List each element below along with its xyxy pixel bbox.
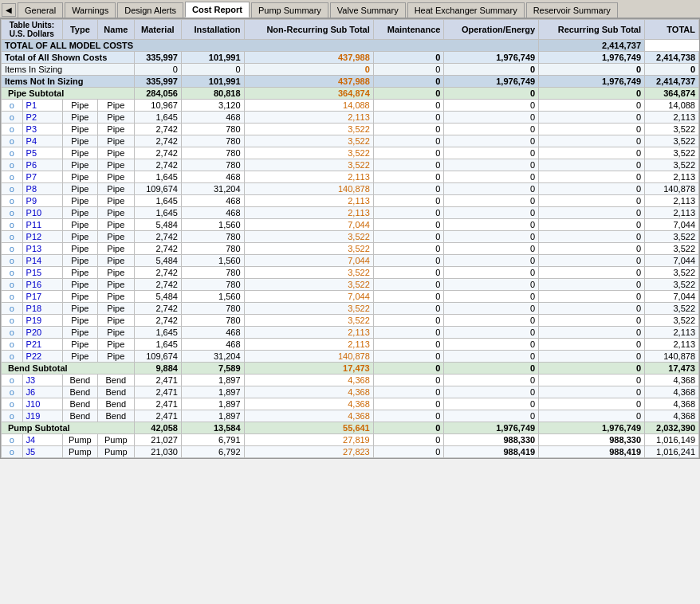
- tab-pump-summary[interactable]: Pump Summary: [251, 2, 328, 18]
- row-icon-P22[interactable]: o: [2, 351, 23, 363]
- table-units-label: Table Units:: [10, 21, 54, 29]
- subtotal-row-1: Bend Subtotal9,8847,58917,47300017,473: [2, 363, 699, 375]
- row-icon-P20[interactable]: o: [2, 327, 23, 339]
- table-row: oP11PipePipe5,4841,5607,0440007,044: [2, 219, 699, 231]
- col-maintenance: Maintenance: [373, 20, 444, 40]
- table-units-header: Table Units: U.S. Dollars: [2, 20, 63, 40]
- currency-label: U.S. Dollars: [10, 29, 54, 38]
- row-id-P18[interactable]: P18: [22, 303, 62, 315]
- row-icon-P14[interactable]: o: [2, 255, 23, 267]
- tab-scroll-left[interactable]: ◀: [2, 3, 16, 17]
- table-row: oP20PipePipe1,6454682,1130002,113: [2, 327, 699, 339]
- row-icon-P19[interactable]: o: [2, 315, 23, 327]
- table-row: oJ5PumpPump21,0306,79227,8230988,419988,…: [2, 446, 699, 458]
- table-row: oJ4PumpPump21,0276,79127,8190988,330988,…: [2, 434, 699, 446]
- table-row: oP21PipePipe1,6454682,1130002,113: [2, 339, 699, 351]
- row-id-P21[interactable]: P21: [22, 339, 62, 351]
- table-row: oJ10BendBend2,4711,8974,3680004,368: [2, 398, 699, 410]
- table-row: oP10PipePipe1,6454682,1130002,113: [2, 207, 699, 219]
- row-icon-P12[interactable]: o: [2, 231, 23, 243]
- row-id-P19[interactable]: P19: [22, 315, 62, 327]
- row-id-P5[interactable]: P5: [22, 147, 62, 159]
- table-row: oP9PipePipe1,6454682,1130002,113: [2, 195, 699, 207]
- row-icon-J5[interactable]: o: [2, 446, 23, 458]
- row-icon-P1[interactable]: o: [2, 100, 23, 112]
- row-icon-J19[interactable]: o: [2, 410, 23, 422]
- row-id-P1[interactable]: P1: [22, 100, 62, 112]
- row-id-J3[interactable]: J3: [22, 375, 62, 386]
- summary-label-3: Items Not In Sizing: [2, 76, 135, 88]
- row-icon-P7[interactable]: o: [2, 171, 23, 183]
- table-row: oP5PipePipe2,7427803,5220003,522: [2, 147, 699, 159]
- table-row: oP13PipePipe2,7427803,5220003,522: [2, 243, 699, 255]
- row-icon-J10[interactable]: o: [2, 398, 23, 410]
- tab-design-alerts[interactable]: Design Alerts: [117, 2, 183, 18]
- row-icon-P10[interactable]: o: [2, 207, 23, 219]
- row-icon-P3[interactable]: o: [2, 124, 23, 135]
- tab-reservoir[interactable]: Reservoir Summary: [526, 2, 618, 18]
- row-icon-P17[interactable]: o: [2, 291, 23, 303]
- row-icon-P2[interactable]: o: [2, 112, 23, 124]
- row-id-P3[interactable]: P3: [22, 124, 62, 135]
- row-id-P14[interactable]: P14: [22, 255, 62, 267]
- row-id-P15[interactable]: P15: [22, 267, 62, 279]
- row-icon-P11[interactable]: o: [2, 219, 23, 231]
- row-id-P17[interactable]: P17: [22, 291, 62, 303]
- col-installation: Installation: [181, 20, 244, 40]
- row-id-J5[interactable]: J5: [22, 446, 62, 458]
- subtotal-row-2: Pump Subtotal42,05813,58455,64101,976,74…: [2, 422, 699, 434]
- row-id-P6[interactable]: P6: [22, 159, 62, 171]
- summary-total-0: 2,414,737: [539, 40, 645, 52]
- row-icon-P18[interactable]: o: [2, 303, 23, 315]
- row-icon-J4[interactable]: o: [2, 434, 23, 446]
- row-id-P13[interactable]: P13: [22, 243, 62, 255]
- table-row: oP17PipePipe5,4841,5607,0440007,044: [2, 291, 699, 303]
- row-id-P10[interactable]: P10: [22, 207, 62, 219]
- row-icon-P13[interactable]: o: [2, 243, 23, 255]
- tab-cost-report[interactable]: Cost Report: [185, 2, 250, 18]
- row-id-P7[interactable]: P7: [22, 171, 62, 183]
- table-row: oJ19BendBend2,4711,8974,3680004,368: [2, 410, 699, 422]
- row-id-J19[interactable]: J19: [22, 410, 62, 422]
- col-nonrecurring: Non-Recurring Sub Total: [244, 20, 373, 40]
- row-id-P12[interactable]: P12: [22, 231, 62, 243]
- row-icon-P5[interactable]: o: [2, 147, 23, 159]
- table-row: oJ3BendBend2,4711,8974,3680004,368: [2, 375, 699, 386]
- table-row: oP16PipePipe2,7427803,5220003,522: [2, 279, 699, 291]
- col-openenergy: Operation/Energy: [444, 20, 539, 40]
- row-icon-P21[interactable]: o: [2, 339, 23, 351]
- summary-row-total-all: TOTAL OF ALL MODEL COSTS2,414,737: [2, 40, 699, 52]
- row-id-P16[interactable]: P16: [22, 279, 62, 291]
- row-id-P9[interactable]: P9: [22, 195, 62, 207]
- tab-heat-exchanger[interactable]: Heat Exchanger Summary: [407, 2, 525, 18]
- row-id-P20[interactable]: P20: [22, 327, 62, 339]
- row-id-P2[interactable]: P2: [22, 112, 62, 124]
- row-id-P8[interactable]: P8: [22, 183, 62, 195]
- tab-valve-summary[interactable]: Valve Summary: [330, 2, 406, 18]
- row-icon-P9[interactable]: o: [2, 195, 23, 207]
- row-id-J6[interactable]: J6: [22, 386, 62, 398]
- tab-warnings[interactable]: Warnings: [65, 2, 116, 18]
- row-icon-P15[interactable]: o: [2, 267, 23, 279]
- tab-general[interactable]: General: [18, 2, 63, 18]
- subtotal-label-0: Pipe Subtotal: [2, 88, 135, 100]
- row-icon-P4[interactable]: o: [2, 135, 23, 147]
- row-icon-J6[interactable]: o: [2, 386, 23, 398]
- row-id-P11[interactable]: P11: [22, 219, 62, 231]
- summary-label-1: Total of All Shown Costs: [2, 52, 135, 64]
- table-row: oP1PipePipe10,9673,12014,08800014,088: [2, 100, 699, 112]
- row-icon-P16[interactable]: o: [2, 279, 23, 291]
- summary-row-total-shown: Total of All Shown Costs335,997101,99143…: [2, 52, 699, 64]
- summary-label-2: Items In Sizing: [2, 64, 135, 76]
- row-icon-J3[interactable]: o: [2, 375, 23, 386]
- row-id-J10[interactable]: J10: [22, 398, 62, 410]
- table-row: oP3PipePipe2,7427803,5220003,522: [2, 124, 699, 135]
- row-id-P22[interactable]: P22: [22, 351, 62, 363]
- summary-row-items-sizing: Items In Sizing0000000: [2, 64, 699, 76]
- row-icon-P6[interactable]: o: [2, 159, 23, 171]
- row-id-J4[interactable]: J4: [22, 434, 62, 446]
- summary-row-items-not-sizing: Items Not In Sizing335,997101,991437,988…: [2, 76, 699, 88]
- row-id-P4[interactable]: P4: [22, 135, 62, 147]
- row-icon-P8[interactable]: o: [2, 183, 23, 195]
- table-row: oP12PipePipe2,7427803,5220003,522: [2, 231, 699, 243]
